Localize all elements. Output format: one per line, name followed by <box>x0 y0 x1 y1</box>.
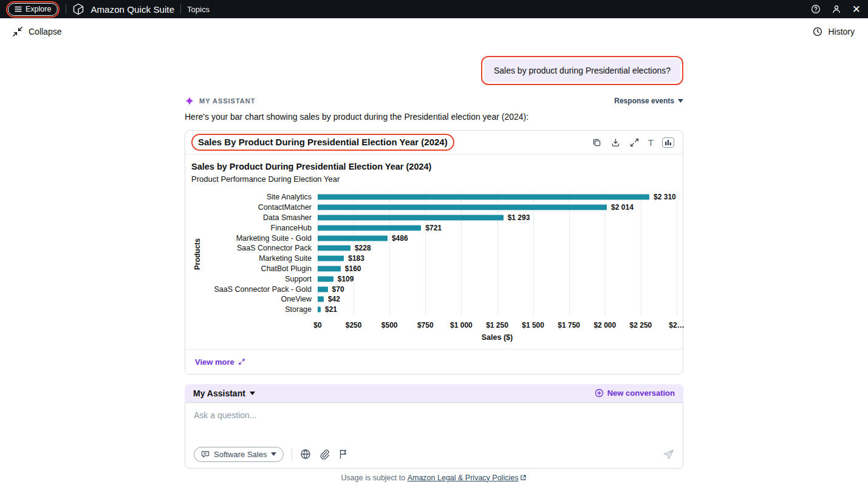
bar <box>318 266 341 271</box>
bar-value-label: $42 <box>328 295 340 303</box>
annotation-ring-question: Sales by product during Presidential ele… <box>481 56 683 85</box>
bar <box>318 276 333 281</box>
card-title: Sales By Product During Presidential Ele… <box>198 137 448 147</box>
app-title: Amazon Quick Suite <box>91 4 174 15</box>
assistant-selector[interactable]: My Assistant <box>193 388 255 398</box>
history-button[interactable]: History <box>813 27 855 36</box>
gridline <box>677 192 677 315</box>
bar <box>318 297 324 302</box>
category-label: FinanceHub <box>202 224 318 232</box>
response-events-dropdown[interactable]: Response events <box>614 97 683 105</box>
chart-row: OneView$42 <box>202 294 677 305</box>
x-axis-label: Sales ($) <box>318 333 677 347</box>
account-icon[interactable] <box>832 4 841 14</box>
legal-policies-link[interactable]: Amazon Legal & Privacy Policies <box>408 474 527 482</box>
chat-bubble-icon <box>201 450 210 458</box>
chart-container: Sales by Product During Presidential Ele… <box>185 154 683 349</box>
chart-title: Sales by Product During Presidential Ele… <box>191 162 677 171</box>
chart-row: Storage$21 <box>202 305 677 315</box>
category-label: ChatBot Plugin <box>202 264 318 273</box>
hamburger-icon <box>15 6 22 12</box>
prompt-library-icon[interactable] <box>338 449 349 460</box>
send-icon[interactable] <box>663 449 674 460</box>
chart-row: Support$109 <box>202 274 677 284</box>
chart-row: FinanceHub$721 <box>202 223 677 233</box>
collapse-button[interactable]: Collapse <box>12 26 61 37</box>
y-axis-label: Products <box>193 238 202 270</box>
bar <box>318 307 321 312</box>
text-view-icon[interactable]: T <box>648 137 654 148</box>
copy-icon[interactable] <box>592 137 602 148</box>
assistant-message: Here's your bar chart showing sales by p… <box>185 112 683 122</box>
category-label: OneView <box>202 295 318 303</box>
panel-toolbar: Collapse History <box>0 18 868 43</box>
help-icon[interactable] <box>811 4 821 14</box>
chart-row: Site Analytics$2 310 <box>202 192 677 202</box>
user-message: Sales by product during Presidential ele… <box>484 59 680 82</box>
category-label: SaaS Connector Pack <box>202 244 318 252</box>
bar-value-label: $21 <box>325 305 337 314</box>
x-tick-label: $750 <box>417 321 434 330</box>
legal-prefix: Usage is subject to <box>341 474 408 482</box>
topic-selector[interactable]: Software Sales <box>194 447 284 462</box>
bar-value-label: $1 293 <box>508 213 530 222</box>
chart-rows: Site Analytics$2 310ContactMatcher$2 014… <box>202 192 677 315</box>
category-label: Marketing Suite - Gold <box>202 234 318 243</box>
category-label: Site Analytics <box>202 193 318 201</box>
x-tick-label: $0 <box>313 321 321 330</box>
external-link-icon <box>520 474 527 481</box>
top-bar: Explore Amazon Quick Suite Topics ✕ <box>0 0 868 18</box>
chart-ticks: $0$250$500$750$1 000$1 250$1 500$1 750$2… <box>318 320 677 331</box>
plus-circle-icon <box>595 388 604 398</box>
x-tick-label: $2… <box>669 321 684 330</box>
chart-row: SaaS Connector Pack$228 <box>202 243 677 254</box>
category-label: ContactMatcher <box>202 203 318 212</box>
x-tick-label: $2 000 <box>593 321 616 330</box>
chevron-down-icon <box>271 452 276 456</box>
visual-card: Sales By Product During Presidential Ele… <box>185 130 683 374</box>
view-more-link[interactable]: View more <box>195 357 245 367</box>
new-conversation-button[interactable]: New conversation <box>595 388 675 398</box>
web-search-icon[interactable] <box>300 449 311 460</box>
chart-row: ChatBot Plugin$160 <box>202 264 677 274</box>
bar <box>318 215 504 220</box>
category-label: Storage <box>202 305 318 314</box>
chart-view-toggle[interactable] <box>662 137 674 148</box>
chevron-down-icon <box>678 99 683 103</box>
bar-value-label: $228 <box>355 244 371 252</box>
bar-value-label: $721 <box>425 224 442 232</box>
bar <box>318 246 350 251</box>
chart-row: Data Smasher$1 293 <box>202 213 677 223</box>
quick-suite-logo <box>72 3 84 15</box>
x-tick-label: $250 <box>346 321 362 330</box>
new-conversation-label: New conversation <box>607 388 675 398</box>
legal-footer: Usage is subject to Amazon Legal & Priva… <box>185 474 683 482</box>
explore-label: Explore <box>26 5 51 13</box>
chart-row: ContactMatcher$2 014 <box>202 202 677 213</box>
close-icon[interactable]: ✕ <box>852 4 861 15</box>
attachment-icon[interactable] <box>319 449 330 460</box>
explore-button[interactable]: Explore <box>8 3 58 16</box>
x-tick-label: $1 000 <box>450 321 473 330</box>
nav-topics[interactable]: Topics <box>187 5 210 14</box>
download-icon[interactable] <box>610 137 621 148</box>
divider <box>292 448 292 460</box>
bar-value-label: $2 014 <box>611 203 634 212</box>
clock-icon <box>813 27 822 36</box>
category-label: SaaS Connector Pack - Gold <box>202 285 318 294</box>
annotation-ring-explore: Explore <box>6 1 60 18</box>
bar-value-label: $160 <box>345 264 361 273</box>
topic-label: Software Sales <box>214 450 267 459</box>
collapse-icon <box>12 26 23 37</box>
response-events-label: Response events <box>614 97 674 105</box>
annotation-ring-card-title: Sales By Product During Presidential Ele… <box>191 134 454 151</box>
x-tick-label: $1 250 <box>486 321 508 330</box>
bar-chart-icon <box>665 139 672 146</box>
question-input[interactable] <box>194 410 674 442</box>
divider <box>66 4 66 14</box>
chart-row: Marketing Suite$183 <box>202 254 677 264</box>
expand-icon[interactable] <box>629 137 640 148</box>
bar-value-label: $70 <box>332 285 344 294</box>
assistant-name-label: MY ASSISTANT <box>199 97 255 105</box>
bar-value-label: $2 310 <box>654 193 676 201</box>
